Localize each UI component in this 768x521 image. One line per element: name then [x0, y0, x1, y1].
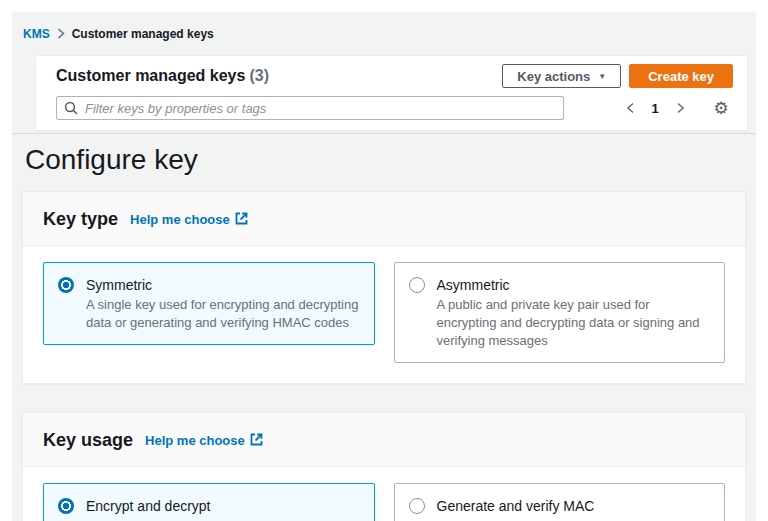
external-link-icon [250, 433, 263, 449]
search-icon [64, 101, 78, 115]
section-divider [12, 133, 756, 134]
kms-console-window: KMS Customer managed keys Customer manag… [0, 0, 768, 521]
tile-description: Use the key only to encrypt and decrypt … [86, 517, 347, 521]
tile-label: Symmetric [86, 276, 360, 294]
radio-unselected-icon[interactable] [409, 498, 425, 514]
help-link-label: Help me choose [145, 433, 245, 448]
breadcrumb-chevron-icon [57, 28, 65, 39]
radio-tile-encrypt-decrypt[interactable]: Encrypt and decrypt Use the key only to … [43, 483, 375, 521]
pagination: 1 ⚙ [619, 96, 733, 120]
caret-down-icon: ▼ [598, 72, 606, 81]
list-title-text: Customer managed keys [56, 67, 245, 84]
external-link-icon [235, 212, 248, 228]
list-title: Customer managed keys(3) [56, 67, 269, 85]
key-usage-heading: Key usage [43, 430, 133, 451]
tile-label: Encrypt and decrypt [86, 497, 347, 515]
list-header-card: Customer managed keys(3) Key actions ▼ C… [35, 55, 748, 131]
key-type-options: Symmetric A single key used for encrypti… [23, 246, 745, 383]
key-type-heading: Key type [43, 209, 118, 230]
tile-label: Asymmetric [437, 276, 711, 294]
key-usage-header: Key usage Help me choose [23, 413, 745, 467]
radio-tile-generate-verify-mac[interactable]: Generate and verify MAC Use the key only… [394, 483, 726, 521]
gear-icon: ⚙ [713, 98, 728, 119]
key-type-section: Key type Help me choose Symmetric A sing… [22, 191, 746, 384]
settings-button[interactable]: ⚙ [709, 96, 733, 120]
breadcrumb: KMS Customer managed keys [12, 12, 756, 42]
pagination-prev-button[interactable] [619, 97, 641, 119]
radio-unselected-icon[interactable] [409, 277, 425, 293]
radio-selected-icon[interactable] [58, 498, 74, 514]
radio-tile-asymmetric[interactable]: Asymmetric A public and private key pair… [394, 262, 726, 363]
key-usage-help-link[interactable]: Help me choose [145, 433, 263, 449]
breadcrumb-link-kms[interactable]: KMS [23, 27, 50, 41]
tile-description: A public and private key pair used for e… [437, 296, 711, 350]
key-actions-label: Key actions [517, 69, 590, 84]
breadcrumb-current: Customer managed keys [72, 27, 214, 41]
page-title: Configure key [25, 144, 756, 176]
pagination-page-number[interactable]: 1 [645, 101, 665, 116]
tile-description: A single key used for encrypting and dec… [86, 296, 360, 332]
help-link-label: Help me choose [130, 212, 230, 227]
tile-description: Use the key only to generate and verify … [437, 517, 711, 521]
filter-box [56, 96, 564, 120]
key-type-header: Key type Help me choose [23, 192, 745, 246]
radio-tile-symmetric[interactable]: Symmetric A single key used for encrypti… [43, 262, 375, 345]
key-actions-button[interactable]: Key actions ▼ [502, 64, 621, 88]
key-count-badge: (3) [249, 67, 269, 84]
key-type-help-link[interactable]: Help me choose [130, 212, 248, 228]
tile-label: Generate and verify MAC [437, 497, 711, 515]
key-usage-section: Key usage Help me choose Encrypt and dec… [22, 412, 746, 521]
create-key-button[interactable]: Create key [629, 64, 733, 88]
filter-input[interactable] [56, 96, 564, 120]
radio-selected-icon[interactable] [58, 277, 74, 293]
pagination-next-button[interactable] [669, 97, 691, 119]
page-canvas: KMS Customer managed keys Customer manag… [12, 12, 756, 521]
key-usage-options: Encrypt and decrypt Use the key only to … [23, 467, 745, 521]
